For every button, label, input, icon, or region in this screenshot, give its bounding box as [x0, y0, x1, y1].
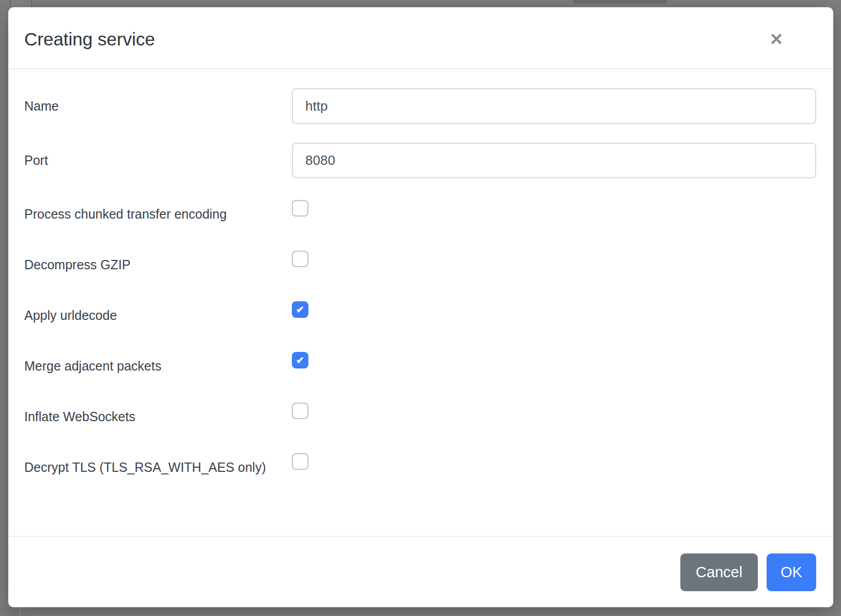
check-icon: ✔	[296, 305, 304, 315]
decrypt-tls-checkbox[interactable]: ✔	[292, 453, 308, 470]
process-chunked-label: Process chunked transfer encoding	[24, 207, 292, 222]
decompress-gzip-row: Decompress GZIP ✔	[24, 248, 816, 282]
close-icon[interactable]: ✕	[765, 28, 788, 51]
backdrop-artifact-text-remnant	[573, 0, 666, 3]
merge-packets-checkbox[interactable]: ✔	[292, 352, 308, 368]
backdrop-artifact-top	[10, 0, 32, 7]
check-icon: ✔	[296, 356, 304, 365]
merge-packets-row: Merge adjacent packets ✔	[24, 349, 816, 383]
port-input[interactable]	[292, 143, 816, 178]
decompress-gzip-label: Decompress GZIP	[24, 257, 292, 272]
port-field-row: Port	[24, 143, 816, 178]
backdrop-artifact-bottom	[0, 607, 20, 616]
apply-urldecode-label: Apply urldecode	[24, 308, 292, 323]
dialog-body: Name Port Process chunked transfer encod…	[8, 69, 833, 536]
creating-service-dialog: Creating service ✕ Name Port Process chu…	[8, 7, 833, 607]
inflate-websockets-row: Inflate WebSockets ✔	[24, 399, 816, 434]
merge-packets-label: Merge adjacent packets	[24, 359, 292, 374]
apply-urldecode-checkbox[interactable]: ✔	[292, 301, 308, 318]
dialog-title: Creating service	[24, 27, 155, 51]
process-chunked-checkbox[interactable]: ✔	[292, 200, 308, 217]
name-input[interactable]	[292, 88, 816, 124]
inflate-websockets-label: Inflate WebSockets	[24, 409, 292, 424]
dialog-footer: Cancel OK	[8, 536, 833, 607]
inflate-websockets-checkbox[interactable]: ✔	[292, 403, 308, 419]
name-field-label: Name	[24, 99, 292, 114]
port-field-label: Port	[24, 153, 292, 168]
name-field-row: Name	[24, 88, 816, 124]
dialog-header: Creating service ✕	[8, 7, 833, 69]
decrypt-tls-label: Decrypt TLS (TLS_RSA_WITH_AES only)	[24, 460, 292, 475]
cancel-button[interactable]: Cancel	[680, 553, 758, 591]
decrypt-tls-row: Decrypt TLS (TLS_RSA_WITH_AES only) ✔	[24, 450, 816, 484]
decompress-gzip-checkbox[interactable]: ✔	[292, 251, 308, 267]
ok-button[interactable]: OK	[767, 553, 816, 591]
process-chunked-row: Process chunked transfer encoding ✔	[24, 197, 816, 231]
apply-urldecode-row: Apply urldecode ✔	[24, 298, 816, 332]
